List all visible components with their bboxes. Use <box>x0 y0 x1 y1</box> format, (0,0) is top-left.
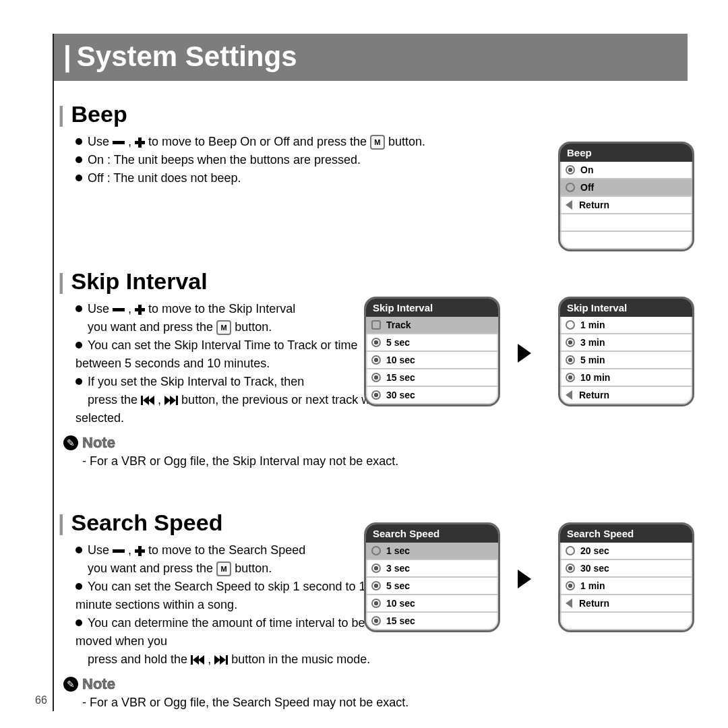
menu-item[interactable]: Off <box>560 179 692 197</box>
pipe-icon: | <box>63 40 71 72</box>
bullet-skip-3: If you set the Skip Interval to Track, t… <box>75 373 399 427</box>
menu-item-return[interactable]: Return <box>560 197 692 214</box>
device-menu-beep: Beep On Off Return <box>558 142 694 251</box>
menu-item[interactable]: 30 sec <box>366 387 498 404</box>
bullet-search-1: Use , to move to the Search Speed you wa… <box>75 541 399 578</box>
m-button-icon: M <box>216 562 231 576</box>
menu-item[interactable]: 1 min <box>560 578 692 595</box>
device-menu-skip-1: Skip Interval Track 5 sec 10 sec 15 sec … <box>364 297 500 406</box>
menu-item[interactable]: On <box>560 162 692 179</box>
menu-item[interactable]: 5 sec <box>366 578 498 595</box>
pencil-icon: ✎ <box>63 677 78 692</box>
svg-rect-5 <box>176 396 178 405</box>
menu-item[interactable]: 3 min <box>560 334 692 352</box>
menu-item[interactable]: 3 sec <box>366 560 498 578</box>
arrow-right-icon <box>518 570 531 588</box>
svg-marker-8 <box>198 655 204 665</box>
svg-marker-9 <box>214 655 220 665</box>
svg-marker-4 <box>170 396 176 405</box>
device-menu-search-1: Search Speed 1 sec 3 sec 5 sec 10 sec 15… <box>364 522 500 632</box>
menu-item-empty <box>560 214 692 232</box>
plus-icon <box>135 305 145 315</box>
menu-item[interactable]: 10 sec <box>366 352 498 369</box>
menu-item[interactable]: Track <box>366 317 498 334</box>
next-track-icon <box>164 396 178 405</box>
minus-icon <box>113 308 125 311</box>
menu-item[interactable]: 15 sec <box>366 369 498 387</box>
menu-item[interactable]: 10 sec <box>366 595 498 613</box>
menu-title: Search Speed <box>560 524 692 543</box>
bullet-search-3: You can determine the amount of time int… <box>75 614 399 669</box>
m-button-icon: M <box>216 320 231 335</box>
left-rule <box>53 34 54 711</box>
svg-marker-1 <box>143 396 149 405</box>
menu-title: Beep <box>560 144 692 162</box>
svg-rect-11 <box>226 655 228 665</box>
device-menu-search-2: Search Speed 20 sec 30 sec 1 min Return <box>558 522 694 632</box>
svg-marker-3 <box>164 396 171 405</box>
svg-marker-2 <box>148 396 154 405</box>
plus-icon <box>135 546 145 556</box>
bullet-skip-1: Use , to move to the Skip Interval you w… <box>75 300 399 336</box>
device-menu-skip-2: Skip Interval 1 min 3 min 5 min 10 min R… <box>558 297 694 406</box>
menu-item[interactable]: 20 sec <box>560 543 692 560</box>
menu-item-empty <box>560 613 692 630</box>
m-button-icon: M <box>370 135 385 150</box>
menu-item[interactable]: 1 min <box>560 317 692 334</box>
pencil-icon: ✎ <box>63 435 78 450</box>
menu-item[interactable]: 15 sec <box>366 613 498 630</box>
menu-item-return[interactable]: Return <box>560 387 692 404</box>
note-text: - For a VBR or Ogg file, the Skip Interv… <box>82 454 701 468</box>
bullet-beep-1: Use , to move to Beep On or Off and pres… <box>75 133 547 151</box>
minus-icon <box>113 141 125 144</box>
menu-title: Skip Interval <box>560 299 692 317</box>
svg-marker-7 <box>193 655 199 665</box>
bullet-beep-3: Off : The unit does not beep. <box>75 169 547 187</box>
menu-title: Skip Interval <box>366 299 498 317</box>
menu-item[interactable]: 30 sec <box>560 560 692 578</box>
menu-item-empty <box>560 232 692 249</box>
svg-marker-10 <box>220 655 226 665</box>
menu-item[interactable]: 10 min <box>560 369 692 387</box>
bullet-search-2: You can set the Search Speed to skip 1 s… <box>75 578 399 614</box>
page-title: System Settings <box>77 40 297 72</box>
menu-title: Search Speed <box>366 524 498 543</box>
prev-track-icon <box>141 396 154 405</box>
bullet-skip-2: You can set the Skip Interval Time to Tr… <box>75 336 399 373</box>
prev-track-icon <box>191 655 204 665</box>
plus-icon <box>135 138 145 148</box>
svg-rect-6 <box>191 655 193 665</box>
note-label: ✎ Note <box>63 675 701 693</box>
next-track-icon <box>214 655 228 665</box>
menu-item[interactable]: 5 min <box>560 352 692 369</box>
menu-item[interactable]: 5 sec <box>366 334 498 352</box>
menu-item[interactable]: 1 sec <box>366 543 498 560</box>
page-title-banner: |System Settings <box>54 34 688 81</box>
note-text: - For a VBR or Ogg file, the Search Spee… <box>82 696 701 710</box>
arrow-right-icon <box>518 344 531 363</box>
menu-item-return[interactable]: Return <box>560 595 692 613</box>
page-number: 66 <box>35 694 47 706</box>
svg-rect-0 <box>141 396 143 405</box>
section-heading: |Beep <box>58 101 701 127</box>
section-heading: |Skip Interval <box>58 268 701 295</box>
bullet-beep-2: On : The unit beeps when the buttons are… <box>75 151 547 169</box>
note-label: ✎ Note <box>63 434 701 452</box>
minus-icon <box>113 549 125 553</box>
